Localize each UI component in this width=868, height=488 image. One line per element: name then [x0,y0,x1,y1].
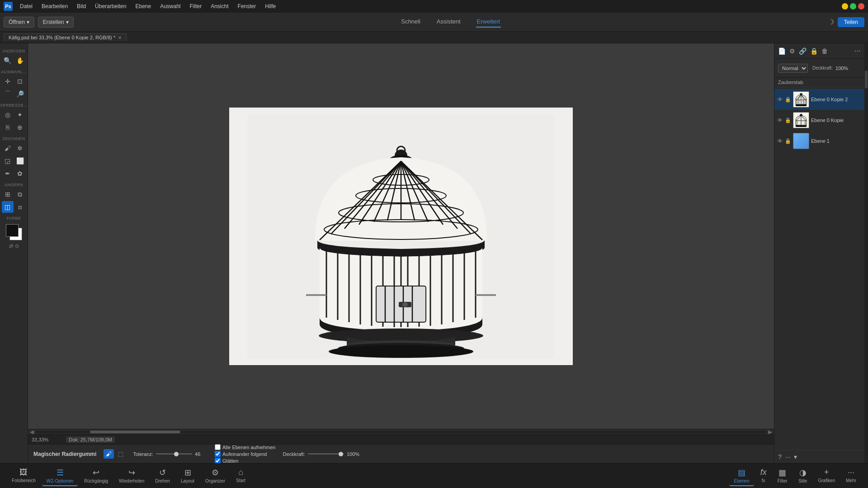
dock-layout[interactable]: ⊞ Layout [176,466,199,486]
dock-start[interactable]: ⌂ Start [231,466,250,486]
dock-ebenen[interactable]: ▤ Ebenen [729,466,754,486]
redeye-tool[interactable]: ◎ [2,109,14,121]
layer-visibility-icon[interactable]: 👁 [777,96,783,103]
open-button[interactable]: Öffnen ▾ [4,17,34,28]
menu-auswahl[interactable]: Auswahl [156,2,184,10]
canvas-scrollbar[interactable]: ◀ ▶ [28,429,774,434]
lock-icon[interactable]: 🔒 [809,47,819,56]
collapse-icon[interactable]: ▾ [793,452,798,461]
paint-bucket-tool[interactable]: ◲ [2,155,14,167]
dock-drehen[interactable]: ↺ Drehen [151,466,175,486]
menu-ebene[interactable]: Ebene [132,2,155,10]
foreground-color[interactable] [6,224,19,237]
clone-stamp-tool[interactable]: ✲ [14,142,26,154]
dock-fotobereich[interactable]: 🖼 Fotobereich [7,466,40,486]
share-button[interactable]: Teilen [838,17,864,27]
shape-tool[interactable]: ⬜ [14,155,26,167]
bottom-dock: 🖼 Fotobereich ☰ WZ-Optionen ↩ Rückgängig… [0,463,868,488]
doc-tab-close-icon[interactable]: ✕ [118,35,122,40]
erase-mode-brush[interactable]: 🖌 [104,449,114,459]
tab-schnell[interactable]: Schnell [400,16,421,28]
magic-select-tool[interactable]: 🔎 [14,88,26,100]
panel-expand-icon[interactable]: ⋯ [854,47,862,56]
document-tab[interactable]: Käfig.psd bei 33,3% (Ebene 0 Kopie 2, RG… [4,33,127,41]
swap-colors-icon[interactable]: ⇄ [9,243,13,249]
layer-item[interactable]: 👁 🔒 [774,110,864,131]
patch-tool[interactable]: ⊕ [14,122,26,133]
dock-wiederholen[interactable]: ↪ Wiederholen [114,466,149,486]
menu-datei[interactable]: Datei [16,2,36,10]
link-icon[interactable]: 🔗 [798,47,807,56]
layer-lock-icon[interactable]: 🔒 [785,97,791,103]
lasso-tool[interactable]: ⌒ [2,88,14,100]
opacity-thumb[interactable] [339,452,343,456]
erase-modes: 🖌 ⬚ [104,449,126,459]
menu-ueberarbeiten[interactable]: Überarbeiten [91,2,130,10]
crop-tool[interactable]: ⊞ [2,188,14,200]
open-chevron-icon: ▾ [27,19,29,25]
zoom-tool[interactable]: 🔍 [2,55,14,66]
dock-rueckgaengig[interactable]: ↩ Rückgängig [80,466,113,486]
scroll-thumb[interactable] [90,431,180,433]
menu-bild[interactable]: Bild [73,2,90,10]
content-aware-tool[interactable]: ⧈ [14,201,26,213]
canvas-image[interactable] [229,108,573,365]
glatten-checkbox[interactable] [215,458,221,463]
menu-hilfe[interactable]: Hilfe [261,2,279,10]
layer-item[interactable]: 👁 🔒 Ebene 1 [774,131,864,151]
delete-icon[interactable]: 🗑 [821,47,829,56]
layer-visibility-icon[interactable]: 👁 [777,138,783,145]
dock-fx[interactable]: fx fx [756,466,771,486]
dock-organizer[interactable]: ⚙ Organizer [201,466,230,486]
pen-tool[interactable]: ✒ [2,168,14,179]
tolerance-thumb[interactable] [174,452,179,456]
right-panel-scrollbar[interactable] [864,43,868,463]
selection-tool[interactable]: ⊡ [14,75,26,87]
path-tool[interactable]: ✿ [14,168,26,179]
eraser-tool active[interactable]: ◫ [2,201,14,213]
brush-tool[interactable]: 🖌 [2,142,14,154]
menu-filter[interactable]: Filter [186,2,206,10]
zeichnen-tools-1: 🖌 ✲ [2,142,26,154]
move-tool[interactable]: ✛ [2,75,14,87]
reset-colors-icon[interactable]: ⊙ [15,243,19,249]
layer-name: Ebene 1 [811,138,862,144]
tab-assistent[interactable]: Assistent [436,16,462,28]
layer-lock-icon[interactable]: 🔒 [785,117,791,123]
aufeinander-checkbox[interactable] [215,451,221,457]
window-minimize[interactable] [842,3,848,9]
menu-bearbeiten[interactable]: Bearbeiten [38,2,71,10]
window-close[interactable] [858,3,864,9]
layer-settings-icon[interactable]: ⚙ [788,47,796,56]
tab-bar: Käfig.psd bei 33,3% (Ebene 0 Kopie 2, RG… [0,32,868,43]
layer-visibility-icon[interactable]: 👁 [777,117,783,124]
dock-wz-optionen[interactable]: ☰ WZ-Optionen [42,466,78,486]
tolerance-slider[interactable] [156,453,192,455]
erase-mode-bg[interactable]: ⬚ [116,449,126,459]
create-layer-icon[interactable]: 📄 [777,47,787,56]
layer-item[interactable]: 👁 🔒 [774,89,864,110]
menu-fenster[interactable]: Fenster [234,2,260,10]
dock-mehr[interactable]: ··· Mehr [841,466,861,486]
fotobereich-label: Fotobereich [12,478,36,483]
dock-stile[interactable]: ◑ Stile [794,466,811,486]
window-maximize[interactable] [850,3,856,9]
help-icon[interactable]: ? [777,452,783,461]
create-button[interactable]: Erstellen ▾ [38,17,74,28]
opacity-slider[interactable] [308,453,344,455]
color-picker[interactable] [6,224,22,240]
dock-grafiken[interactable]: + Grafiken [813,466,840,486]
scroll-track[interactable] [36,431,766,433]
layer-lock-icon[interactable]: 🔒 [785,138,791,144]
alle-ebenen-checkbox[interactable] [215,444,221,450]
hand-tool[interactable]: ✋ [14,55,26,66]
menu-ansicht[interactable]: Ansicht [207,2,232,10]
blend-mode-select[interactable]: Normal [778,64,808,73]
layout-icon: ⊞ [184,468,191,478]
more-icon[interactable]: ··· [784,452,792,461]
tab-erweitert[interactable]: Erweitert [476,16,501,28]
transform-tool[interactable]: ⧉ [14,188,26,200]
clone-tool[interactable]: ⎘ [2,122,14,133]
healing-tool[interactable]: ✦ [14,109,26,121]
dock-filter[interactable]: ▦ Filter [773,466,792,486]
